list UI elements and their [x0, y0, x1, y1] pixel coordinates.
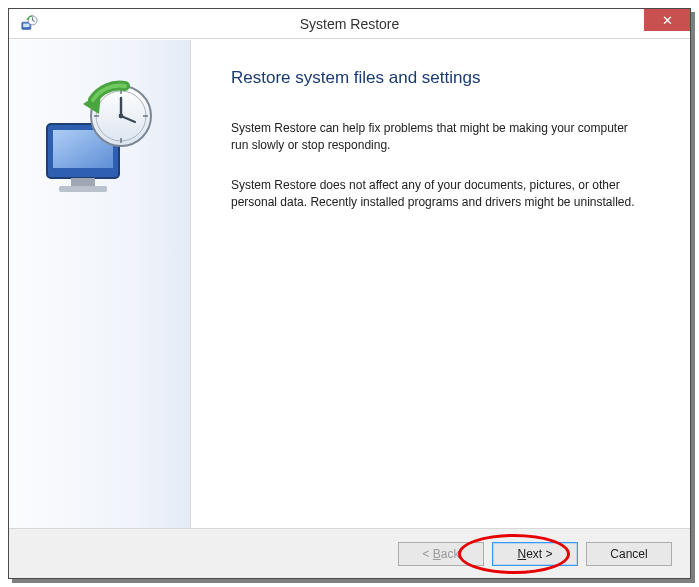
cancel-button[interactable]: Cancel [586, 542, 672, 566]
paragraph-note: System Restore does not affect any of yo… [231, 177, 641, 212]
paragraph-intro: System Restore can help fix problems tha… [231, 120, 641, 155]
restore-graphic-icon [35, 80, 165, 200]
system-restore-icon [19, 14, 39, 34]
svg-rect-1 [23, 23, 29, 27]
close-icon: ✕ [662, 14, 673, 27]
close-button[interactable]: ✕ [644, 9, 690, 31]
content-panel: Restore system files and settings System… [191, 40, 690, 528]
svg-rect-7 [59, 186, 107, 192]
dialog-body: Restore system files and settings System… [9, 40, 690, 528]
sidebar-panel [9, 40, 191, 528]
system-restore-window: System Restore ✕ [8, 8, 691, 579]
button-bar: < Back Next > Cancel [9, 528, 690, 578]
back-button: < Back [398, 542, 484, 566]
svg-point-12 [118, 114, 123, 119]
svg-rect-6 [71, 178, 95, 186]
window-title: System Restore [9, 16, 690, 32]
page-heading: Restore system files and settings [231, 68, 654, 88]
next-button[interactable]: Next > [492, 542, 578, 566]
titlebar: System Restore ✕ [9, 9, 690, 39]
